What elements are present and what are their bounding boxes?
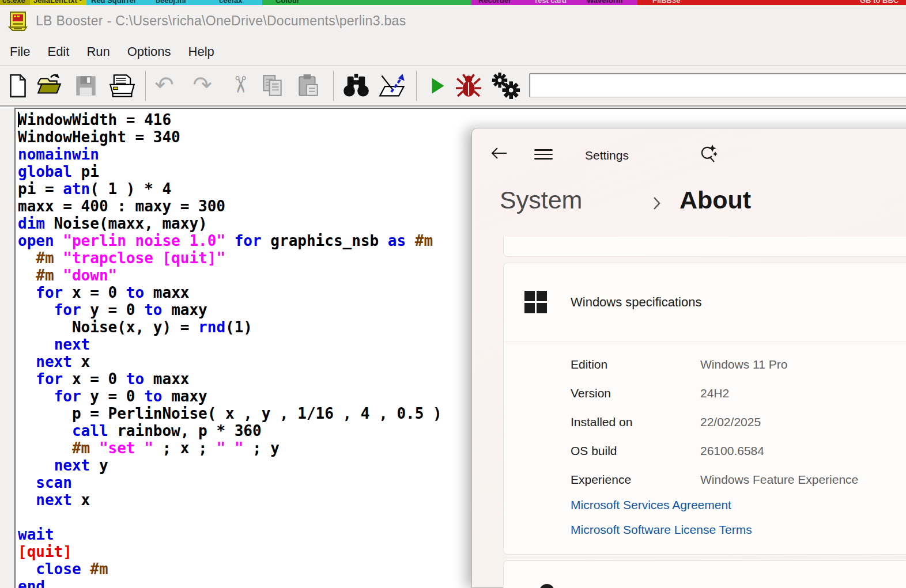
strip-window-label[interactable]: cs.exe [2, 0, 25, 5]
code-line: for x = 0 to maxx [18, 284, 442, 301]
code-line: close #m [18, 560, 442, 578]
code-line: pi = atn( 1 ) * 4 [18, 180, 442, 198]
undo-icon: ↶ [151, 72, 178, 97]
cut-button[interactable]: ✂ [227, 72, 254, 100]
spec-value: 24H2 [700, 386, 729, 400]
screen: cs.exeJellaLent.txt -Red Squirrelbeebj.i… [0, 0, 906, 588]
goto-pen-icon [376, 72, 409, 100]
code-line: wait [18, 526, 442, 543]
next-card-partial [503, 560, 906, 588]
strip-window-label[interactable]: GB to BBC [860, 0, 899, 5]
code-line: nomainwin [18, 146, 442, 163]
menu-options[interactable]: Options [119, 44, 180, 59]
window-title: LB Booster - C:\Users\richa\OneDrive\Doc… [36, 13, 406, 29]
strip-window-label[interactable]: Test card [534, 0, 567, 5]
paste-icon [295, 72, 322, 100]
chevron-right-icon [653, 196, 661, 210]
code-line: next y [18, 457, 442, 474]
cut-scissors-icon: ✂ [228, 71, 253, 98]
strip-window-label[interactable]: JellaLent.txt - [33, 0, 82, 5]
settings-header: Settings [472, 128, 906, 174]
copy-button[interactable] [259, 72, 286, 100]
print-button[interactable] [106, 72, 138, 100]
code-line: next [18, 336, 442, 353]
scrolled-card-bottom [503, 237, 906, 257]
spec-card-title: Windows specifications [571, 295, 701, 310]
settings-title: Settings [585, 149, 629, 162]
navigation-menu-icon[interactable] [534, 149, 553, 160]
menu-run[interactable]: Run [78, 44, 118, 59]
spec-value: Windows 11 Pro [700, 358, 787, 371]
save-button[interactable] [73, 72, 99, 100]
code-line: global pi [18, 163, 442, 180]
breadcrumb: System About [500, 186, 903, 222]
redo-button[interactable]: ↷ [189, 72, 216, 100]
windows-specifications-card: Windows specifications EditionWindows 11… [503, 263, 906, 555]
run-button[interactable] [424, 72, 451, 100]
paste-button[interactable] [295, 72, 322, 100]
ai-search-icon[interactable] [698, 143, 719, 164]
spec-label: Installed on [571, 415, 632, 429]
code-line: maxx = 400 : maxy = 300 [18, 198, 442, 215]
code-line: #m "set " ; x ; " " ; y [18, 439, 442, 457]
spec-label: OS build [571, 444, 617, 458]
compile-gears-icon [490, 72, 522, 100]
debug-bug-icon [455, 72, 482, 100]
goto-button[interactable] [376, 72, 409, 100]
menu-help[interactable]: Help [180, 44, 223, 59]
menu-edit[interactable]: Edit [39, 44, 78, 59]
compile-button[interactable] [490, 72, 522, 100]
new-file-icon [5, 72, 31, 100]
settings-window: Settings System About Windows specificat… [471, 128, 906, 588]
spec-row: EditionWindows 11 Pro [504, 351, 906, 380]
code-line: #m "down" [18, 267, 442, 284]
menu-file[interactable]: File [1, 44, 39, 59]
code-line: for x = 0 to maxx [18, 370, 442, 388]
undo-button[interactable]: ↶ [151, 72, 178, 100]
spec-links: Microsoft Services AgreementMicrosoft So… [571, 498, 752, 548]
code-line: p = PerlinNoise( x , y , 1/16 , 4 , 0.5 … [18, 405, 442, 422]
debug-button[interactable] [455, 72, 482, 100]
strip-window-label[interactable]: FliBB3e [652, 0, 680, 5]
code-line: dim Noise(maxx, maxy) [18, 215, 442, 232]
spec-row: Installed on22/02/2025 [504, 408, 906, 437]
partial-card-icon [539, 584, 554, 588]
link-microsoft-software-license-terms[interactable]: Microsoft Software License Terms [571, 523, 752, 537]
new-file-button[interactable] [5, 72, 31, 100]
strip-window-label[interactable]: Red Squirrel [91, 0, 135, 5]
strip-window-label[interactable]: ceefax [219, 0, 242, 5]
code-line: for y = 0 to maxy [18, 301, 442, 318]
breadcrumb-system[interactable]: System [500, 186, 582, 214]
link-microsoft-services-agreement[interactable]: Microsoft Services Agreement [571, 498, 752, 512]
spec-rows: EditionWindows 11 ProVersion24H2Installe… [504, 351, 906, 495]
copy-icon [259, 72, 286, 100]
toolbar-separator [145, 71, 146, 101]
strip-window-label[interactable]: Waveform [587, 0, 622, 5]
save-floppy-icon [73, 72, 99, 100]
spec-label: Edition [571, 358, 607, 371]
spec-label: Experience [571, 473, 631, 487]
strip-window-label[interactable]: Recorder [478, 0, 511, 5]
background-window-strip: cs.exeJellaLent.txt -Red Squirrelbeebj.i… [0, 0, 906, 5]
find-button[interactable] [340, 72, 372, 100]
print-icon [106, 72, 138, 100]
code-line: next x [18, 353, 442, 370]
open-file-button[interactable] [36, 72, 62, 100]
toolbar-input[interactable] [529, 73, 906, 97]
redo-icon: ↷ [189, 72, 216, 97]
spec-value: Windows Feature Experience [700, 473, 858, 487]
run-icon [424, 72, 451, 100]
app-icon [7, 10, 29, 33]
title-bar[interactable]: LB Booster - C:\Users\richa\OneDrive\Doc… [0, 5, 906, 38]
code-line: call rainbow, p * 360 [18, 422, 442, 439]
back-arrow-icon[interactable] [490, 146, 508, 161]
strip-window-label[interactable]: Colour [275, 0, 300, 5]
code-line: end [18, 578, 442, 588]
spec-row: ExperienceWindows Feature Experience [504, 466, 906, 495]
code-line: WindowWidth = 416 [18, 111, 442, 128]
find-binoculars-icon [340, 72, 372, 100]
code-line: for y = 0 to maxy [18, 388, 442, 405]
code-line: open "perlin noise 1.0" for graphics_nsb… [18, 232, 442, 249]
strip-window-label[interactable]: beebj.ini [156, 0, 186, 5]
code-line: #m "trapclose [quit]" [18, 249, 442, 267]
